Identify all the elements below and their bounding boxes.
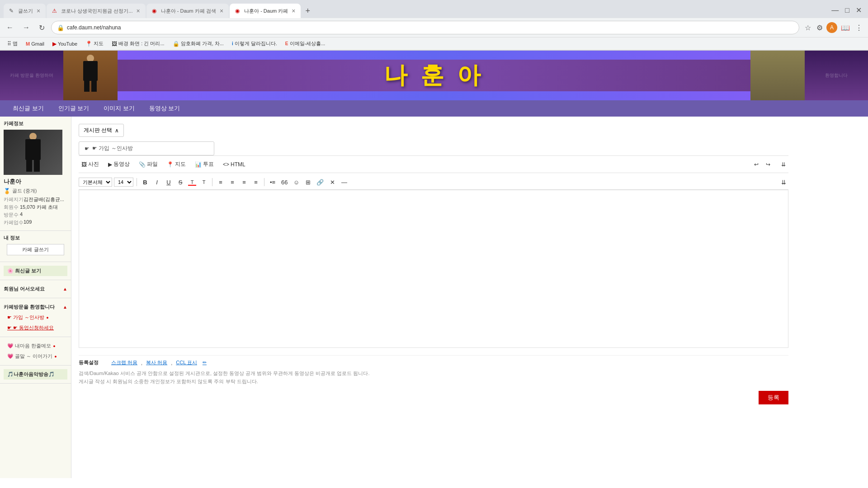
tab4-close[interactable]: ×	[292, 7, 295, 14]
page-container: 카페 방문을 환영하며 나 훈 아 환영합니다 최신글 보기 인기글 보기 이미…	[0, 51, 868, 478]
nav-item-recent[interactable]: 최신글 보기	[5, 100, 51, 117]
menu-item-partner[interactable]: ☛ ☛ 동업신청하세요	[4, 323, 67, 333]
file-label: 파일	[147, 160, 158, 168]
profile-button[interactable]: A	[826, 22, 837, 33]
tab2-close[interactable]: ×	[136, 7, 140, 14]
my-info-section: 내 정보 카페 글쓰기	[0, 231, 71, 262]
email-icon: E	[285, 41, 288, 46]
tab-4[interactable]: ◉ 나훈아 - Daum 카페 ×	[230, 4, 301, 18]
text-bg-button[interactable]: T	[199, 178, 209, 186]
bookmark-star-button[interactable]: ☆	[803, 22, 813, 34]
reading-list-button[interactable]: 📖	[839, 22, 852, 34]
tab4-title: 나훈아 - Daum 카페	[244, 8, 288, 14]
tab-2[interactable]: ⚠ 코로나 상생국민지원금 선정기... ×	[47, 4, 145, 18]
cafe-write-button[interactable]: 카페 글쓰기	[7, 244, 64, 255]
redo-button[interactable]: ↪	[763, 160, 773, 169]
cafe-welcome-header[interactable]: 카페방문을 환영합니다 ▲	[4, 302, 67, 312]
format-separator-1	[137, 178, 137, 186]
bookmark-maps[interactable]: 📍 지도	[82, 39, 107, 48]
toolbar-file-button[interactable]: 📎 파일	[136, 160, 160, 169]
continue-dot: ●	[54, 354, 57, 359]
emoji-button[interactable]: ☺	[291, 178, 301, 187]
maximize-button[interactable]: □	[842, 4, 852, 16]
recent-posts-title[interactable]: 🌸 최신글 보기	[4, 266, 67, 276]
bookmark-gmail-label: Gmail	[31, 41, 44, 47]
bookmark-gmail[interactable]: M Gmail	[22, 40, 48, 48]
horizontal-rule-button[interactable]: —	[339, 178, 349, 187]
cafe-info-label: 카페정보	[4, 120, 67, 127]
list-button[interactable]: •≡	[268, 178, 278, 187]
close-window-button[interactable]: ✕	[853, 4, 864, 16]
link-button[interactable]: 🔗	[315, 178, 326, 187]
text-color-button[interactable]: T	[187, 178, 197, 186]
menu-item-join[interactable]: ☛ 가입 ～인사방 ●	[4, 312, 67, 323]
toolbar-video-button[interactable]: ▶ 동영상	[105, 160, 132, 169]
sub-item-memo[interactable]: 💗 내마음 한줄메모 ●	[4, 341, 67, 351]
nav-item-videos[interactable]: 동영상 보기	[142, 100, 188, 117]
more-format-button[interactable]: ⇊	[778, 178, 788, 187]
italic-button[interactable]: I	[152, 178, 162, 187]
bold-button[interactable]: B	[140, 178, 150, 187]
crypto-icon: 🔒	[173, 41, 179, 47]
refresh-button[interactable]: ↻	[36, 22, 47, 34]
forward-button[interactable]: →	[20, 22, 33, 33]
members-section-header[interactable]: 회원님 어서오세요 ▲	[4, 284, 67, 294]
bookmark-apps[interactable]: ⠿ 앱	[4, 39, 21, 48]
toolbar-extra-button[interactable]: ⇊	[778, 160, 788, 169]
extensions-button[interactable]: ⚙	[815, 22, 825, 34]
toolbar-map-button[interactable]: 📍 지도	[164, 160, 189, 169]
bookmark-news[interactable]: i 이렇게 달라집니다.	[228, 39, 281, 48]
editor-content-area[interactable]	[79, 190, 788, 348]
clear-format-button[interactable]: ✕	[327, 178, 337, 187]
align-center-button[interactable]: ≡	[227, 178, 237, 187]
undo-button[interactable]: ↩	[751, 160, 761, 169]
sub-item-continue[interactable]: 💗 골말 ～ 이어가기 ●	[4, 351, 67, 361]
submit-button[interactable]: 등록	[759, 391, 788, 404]
minimize-button[interactable]: —	[829, 4, 841, 16]
nav-item-popular[interactable]: 인기글 보기	[51, 100, 97, 117]
back-button[interactable]: ←	[4, 22, 16, 33]
footer-sep2: ,	[171, 360, 172, 366]
font-family-select[interactable]: 기본서체	[79, 178, 112, 187]
copy-link[interactable]: 복사 허용	[146, 359, 167, 366]
font-size-select[interactable]: 14	[114, 178, 133, 187]
more-button[interactable]: ⋮	[854, 22, 864, 34]
align-left-button[interactable]: ≡	[216, 178, 226, 187]
memo-dot: ●	[53, 344, 55, 348]
bookmark-wallpaper[interactable]: 🖼 배경 화면 : 긴 머리...	[108, 39, 168, 48]
nav-item-images[interactable]: 이미지 보기	[96, 100, 142, 117]
bookmark-youtube[interactable]: ▶ YouTube	[49, 39, 81, 48]
cafe-navigation: 최신글 보기 인기글 보기 이미지 보기 동영상 보기	[0, 100, 868, 117]
bookmark-apps-label: 앱	[13, 40, 18, 47]
address-bar[interactable]: 🔒 cafe.daum.net/nahuna	[51, 21, 799, 34]
board-select-button[interactable]: 게시판 선택 ∧	[79, 124, 124, 137]
bookmark-crypto[interactable]: 🔒 암호화폐 가격, 차...	[169, 39, 227, 48]
tab1-close[interactable]: ×	[37, 7, 40, 14]
tab3-close[interactable]: ×	[220, 7, 223, 14]
align-justify-button[interactable]: ≡	[251, 178, 261, 187]
user-level: 🏅 골드 (중개)	[4, 188, 67, 194]
ccl-link[interactable]: CCL 표시	[176, 359, 197, 366]
quote-button[interactable]: 66	[279, 178, 289, 187]
scrap-link[interactable]: 스크랩 허용	[111, 359, 137, 366]
align-right-button[interactable]: ≡	[239, 178, 249, 187]
recent-posts-section: 🌸 최신글 보기	[0, 262, 71, 280]
footer-notice-2: 게시글 작성 시 회원님의 소중한 개인정보가 포함하지 않도록 주의 부탁 드…	[79, 378, 788, 386]
info-row-visits: 방문수 4	[4, 211, 67, 218]
table-button[interactable]: ⊞	[303, 178, 313, 187]
toolbar-vote-button[interactable]: 📊 투표	[192, 160, 217, 169]
strikethrough-button[interactable]: S	[175, 178, 185, 187]
toolbar-html-button[interactable]: <> HTML	[220, 160, 248, 169]
main-layout: 카페정보 나훈아 🏅 골드 (중개) 카페지기	[0, 117, 868, 478]
members-arrow-icon: ▲	[63, 286, 67, 291]
new-tab-button[interactable]: +	[302, 4, 314, 18]
underline-button[interactable]: U	[164, 178, 174, 187]
tab4-favicon: ◉	[235, 8, 241, 14]
footer-settings-row: 등록설정 스크랩 허용 , 복사 허용 , CCL 표시 ✏	[79, 359, 788, 366]
tab-1[interactable]: ✎ 글쓰기 ×	[4, 4, 46, 18]
toolbar-photo-button[interactable]: 🖼 사진	[79, 160, 102, 169]
tab-3[interactable]: ◉ 나훈아 - Daum 카페 검색 ×	[146, 4, 229, 18]
bookmark-email[interactable]: E 이메일-세상흘...	[282, 39, 329, 48]
edit-icon[interactable]: ✏	[203, 360, 207, 366]
music-section-title[interactable]: 🎵나훈아음악방송🎵	[4, 369, 67, 380]
